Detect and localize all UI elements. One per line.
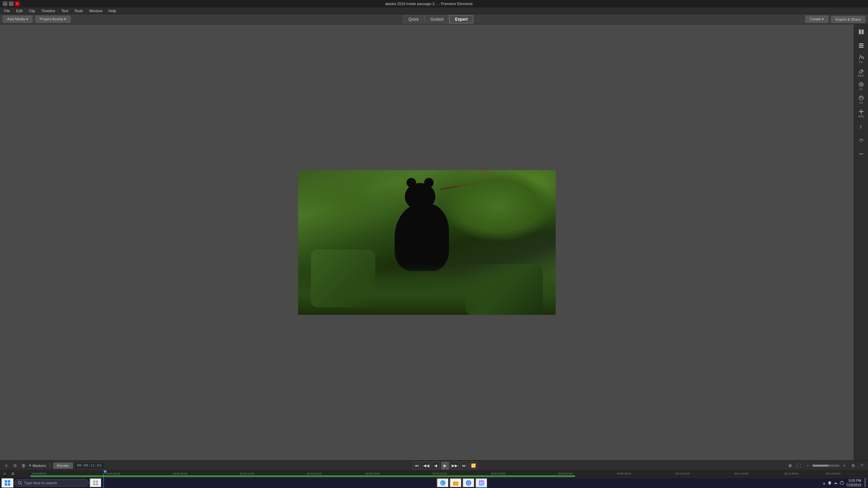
window-title: alaska 2019 inside passage-2... - Premie… bbox=[20, 2, 838, 6]
fx-icon[interactable]: FX bbox=[855, 53, 867, 65]
fullscreen-btn[interactable]: ⛶ bbox=[795, 462, 802, 469]
timeline-duplicate-button[interactable]: ⧉ bbox=[12, 462, 18, 469]
render-button[interactable]: Render bbox=[53, 463, 73, 469]
task-view-button[interactable] bbox=[90, 478, 102, 488]
start-button[interactable] bbox=[1, 478, 14, 488]
titlebar-maximize[interactable]: □ bbox=[9, 1, 14, 6]
taskbar-ie-btn[interactable]: e bbox=[437, 478, 449, 488]
svg-rect-17 bbox=[5, 480, 7, 483]
add-media-button[interactable]: Add Media ▾ bbox=[3, 16, 33, 23]
guided-mode-button[interactable]: Guided bbox=[425, 15, 449, 23]
markers-label: ▾ Markers bbox=[29, 463, 46, 468]
timeline-delete-button[interactable]: 🗑 bbox=[20, 462, 27, 469]
menu-clip[interactable]: Clip bbox=[26, 8, 38, 14]
project-assets-button[interactable]: Project Assets ▾ bbox=[35, 16, 71, 23]
svg-point-21 bbox=[18, 481, 21, 484]
svg-rect-26 bbox=[96, 483, 98, 485]
svg-rect-18 bbox=[8, 480, 10, 483]
audio-panel-icon[interactable] bbox=[855, 134, 867, 146]
monitor-button[interactable]: 🖥 bbox=[787, 462, 793, 469]
playhead-line-ruler bbox=[103, 473, 104, 477]
color-icon[interactable]: FX bbox=[855, 94, 867, 106]
pb-loop[interactable]: 🔁 bbox=[470, 462, 478, 470]
main-area: FX EDIT FX FX ADD T bbox=[0, 24, 868, 460]
svg-text:Pr: Pr bbox=[480, 482, 484, 485]
settings-btn[interactable]: ⚙ bbox=[850, 462, 856, 469]
menubar: File Edit Clip Timeline Text Tools Windo… bbox=[0, 7, 868, 14]
svg-point-36 bbox=[829, 484, 830, 484]
more-icon[interactable] bbox=[855, 148, 867, 160]
svg-line-22 bbox=[21, 484, 22, 485]
expert-mode-button[interactable]: Expert bbox=[449, 15, 473, 23]
main-toolbar: Add Media ▾ Project Assets ▾ Quick Guide… bbox=[0, 14, 868, 24]
pb-play[interactable]: ▶ bbox=[441, 462, 449, 470]
menu-help[interactable]: Help bbox=[106, 8, 119, 14]
taskbar-search[interactable]: Type here to search bbox=[14, 479, 89, 487]
add-icon[interactable]: ADD bbox=[855, 107, 867, 119]
svg-rect-19 bbox=[5, 483, 7, 486]
svg-point-12 bbox=[862, 154, 863, 155]
help-btn[interactable]: ? bbox=[859, 462, 865, 469]
svg-rect-20 bbox=[8, 483, 10, 486]
system-tray: 5:05 PM 7/29/2019 bbox=[846, 479, 862, 487]
track-settings-btn[interactable]: ≡ bbox=[1, 470, 8, 477]
pb-step-fwd[interactable]: ▶▶ bbox=[451, 462, 459, 470]
titlebar: — □ ✕ alaska 2019 inside passage-2... - … bbox=[0, 0, 868, 7]
edit-icon[interactable]: EDIT bbox=[855, 66, 867, 79]
pb-rewind[interactable]: ◀ bbox=[432, 462, 440, 470]
svg-rect-37 bbox=[840, 482, 844, 484]
bear-head bbox=[405, 183, 435, 210]
svg-text:e: e bbox=[441, 482, 443, 485]
taskbar-chrome-btn[interactable] bbox=[462, 478, 475, 488]
pb-go-end[interactable]: ⏭ bbox=[460, 462, 468, 470]
svg-point-10 bbox=[859, 154, 860, 155]
quick-mode-button[interactable]: Quick bbox=[403, 15, 425, 23]
menu-edit[interactable]: Edit bbox=[14, 8, 25, 14]
zoom-bar[interactable] bbox=[812, 465, 840, 467]
export-share-button[interactable]: Export & Share bbox=[831, 16, 865, 23]
show-desktop-btn[interactable] bbox=[865, 478, 867, 488]
timeline-settings-button[interactable]: ≡ bbox=[3, 462, 9, 469]
titlebar-minimize[interactable]: — bbox=[3, 1, 7, 6]
timeline-ruler[interactable]: 00:00:00:00 00:01:04:00 00:02:08:00 00:0… bbox=[31, 470, 868, 477]
pb-prev-frame[interactable]: ◀◀ bbox=[422, 462, 430, 470]
svg-point-32 bbox=[468, 482, 470, 484]
svg-rect-1 bbox=[862, 29, 864, 34]
taskbar-premiere-btn[interactable]: Pr bbox=[475, 478, 488, 488]
zoom-in-btn[interactable]: + bbox=[841, 462, 848, 469]
menu-text[interactable]: Text bbox=[59, 8, 71, 14]
preview-video bbox=[298, 170, 556, 315]
menu-file[interactable]: File bbox=[1, 8, 13, 14]
menu-tools[interactable]: Tools bbox=[72, 8, 86, 14]
ruler-marks-container: 00:00:00:00 00:01:04:00 00:02:08:00 00:0… bbox=[31, 470, 868, 477]
panels-icon[interactable] bbox=[855, 26, 867, 38]
zoom-out-btn[interactable]: − bbox=[804, 462, 811, 469]
timeline-toolbar: ≡ ⧉ 🗑 ▾ Markers Render 00:00:21:03 ⏮ ◀◀ … bbox=[0, 461, 868, 470]
svg-rect-25 bbox=[93, 483, 95, 485]
svg-rect-24 bbox=[96, 481, 98, 483]
effects-icon[interactable]: FX bbox=[855, 80, 867, 92]
svg-rect-23 bbox=[93, 481, 95, 483]
menu-timeline[interactable]: Timeline bbox=[39, 8, 58, 14]
create-button[interactable]: Create ▾ bbox=[805, 16, 828, 23]
svg-rect-4 bbox=[859, 47, 864, 48]
pb-go-start[interactable]: ⏮ bbox=[413, 462, 421, 470]
svg-rect-0 bbox=[859, 29, 861, 34]
svg-rect-2 bbox=[859, 43, 864, 44]
svg-line-5 bbox=[861, 70, 863, 72]
svg-point-6 bbox=[859, 82, 863, 86]
playhead-marker bbox=[103, 470, 107, 474]
track-collapse-btn[interactable]: ⊞ bbox=[9, 470, 16, 477]
taskbar-explorer-btn[interactable] bbox=[450, 478, 462, 488]
timecode-display: 00:00:21:03 bbox=[75, 463, 104, 468]
zoom-control: − + bbox=[804, 462, 848, 469]
menu-window[interactable]: Window bbox=[86, 8, 105, 14]
title-icon[interactable]: T bbox=[855, 121, 867, 133]
bear-ear-left bbox=[407, 178, 416, 187]
svg-text:T: T bbox=[860, 125, 862, 129]
search-placeholder: Type here to search bbox=[24, 481, 57, 485]
bear-body bbox=[395, 203, 449, 271]
organize-icon[interactable] bbox=[855, 39, 867, 52]
titlebar-close[interactable]: ✕ bbox=[15, 1, 20, 6]
preview-area bbox=[0, 24, 854, 460]
